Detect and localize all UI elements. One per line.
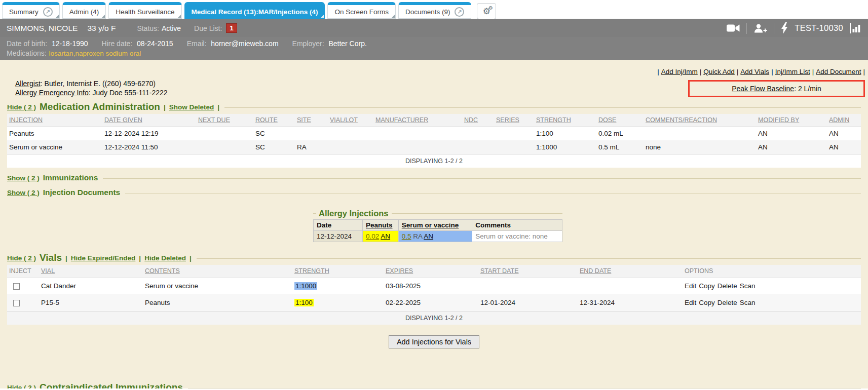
col-start-date[interactable]: START DATE	[478, 265, 578, 278]
hide-vials-link[interactable]: Hide ( 2 )	[7, 254, 36, 262]
dose-link[interactable]: 0.02	[366, 232, 379, 240]
tab-documents[interactable]: Documents (9) ↗	[398, 2, 472, 19]
quick-add-link[interactable]: Quick Add	[703, 68, 735, 75]
tab-label: On Screen Forms	[334, 8, 389, 16]
delete-link[interactable]: Delete	[718, 282, 737, 290]
inject-cell	[7, 294, 39, 311]
cell: 1:100	[534, 127, 596, 141]
col-manufacturer[interactable]: MANUFACTURER	[373, 114, 462, 127]
copy-link[interactable]: Copy	[699, 299, 715, 306]
launch-icon[interactable]: ↗	[43, 7, 53, 17]
col-comments-reaction[interactable]: COMMENTS/REACTION	[644, 114, 756, 127]
edit-link[interactable]: Edit	[685, 299, 696, 306]
dose-link[interactable]: 0.5	[402, 232, 411, 240]
cell	[373, 140, 462, 154]
strength-highlight: 1:100	[294, 299, 314, 306]
show-immunizations-link[interactable]: Show ( 2 )	[7, 174, 40, 182]
add-vials-link[interactable]: Add Vials	[740, 68, 769, 75]
add-injections-for-vials-button[interactable]: Add Injections for Vials	[389, 335, 479, 348]
scan-link[interactable]: Scan	[740, 282, 756, 290]
tab-dropdown-fold-icon[interactable]	[392, 15, 395, 18]
delete-link[interactable]: Delete	[718, 299, 737, 306]
col-site[interactable]: SITE	[295, 114, 328, 127]
cell: Peanuts	[7, 127, 102, 141]
allergist-link[interactable]: Allergist	[15, 80, 41, 88]
tab-medical-record-mar-injections[interactable]: Medical Record (13):MAR/Injections (4)	[184, 2, 325, 19]
col-vial-lot[interactable]: VIAL/LOT	[328, 114, 373, 127]
col-series[interactable]: SERIES	[494, 114, 534, 127]
peanuts-vial-link[interactable]: Peanuts	[366, 221, 393, 229]
table-row[interactable]: Serum or vaccine 12-12-2024 11:50 SC RA …	[7, 140, 861, 154]
add-inj-imm-link[interactable]: Add Inj/Imm	[661, 68, 698, 75]
tab-dropdown-fold-icon[interactable]	[102, 15, 105, 18]
medication-link[interactable]: losartan	[49, 50, 73, 57]
medication-administration-table: INJECTION DATE GIVEN NEXT DUE ROUTE SITE…	[7, 114, 861, 168]
admin-initials-link[interactable]: AN	[381, 232, 390, 240]
col-options: OPTIONS	[683, 265, 861, 278]
show-deleted-link[interactable]: Show Deleted	[169, 103, 214, 111]
tab-admin[interactable]: Admin (4)	[62, 2, 106, 19]
col-next-due[interactable]: NEXT DUE	[196, 114, 253, 127]
mar-injections-content: |Add Inj/Imm|Quick Add|Add Vials|Inj/Imm…	[0, 60, 868, 388]
table-row[interactable]: Peanuts 12-12-2024 12:19 SC 1:100 0.02 m…	[7, 127, 861, 141]
admin-initials-link[interactable]: AN	[424, 232, 433, 240]
lightning-bolt-icon[interactable]	[781, 22, 788, 34]
add-person-icon[interactable]	[753, 24, 767, 33]
settings-gear-button[interactable]: ⚙⚙	[477, 3, 496, 19]
col-date-given[interactable]: DATE GIVEN	[102, 114, 196, 127]
launch-icon[interactable]: ↗	[455, 7, 464, 17]
medication-link[interactable]: naproxen sodium oral	[75, 50, 141, 57]
peak-flow-baseline-link[interactable]: Peak Flow Baseline	[732, 85, 794, 93]
inj-imm-list-link[interactable]: Inj/Imm List	[775, 68, 810, 75]
scan-link[interactable]: Scan	[740, 299, 756, 306]
col-strength[interactable]: STRENGTH	[292, 265, 384, 278]
col-strength[interactable]: STRENGTH	[534, 114, 596, 127]
col-injection[interactable]: INJECTION	[7, 114, 102, 127]
bar-chart-icon[interactable]	[850, 23, 861, 33]
hide-deleted-link[interactable]: Hide Deleted	[144, 254, 186, 262]
col-route[interactable]: ROUTE	[253, 114, 295, 127]
options-cell: EditCopyDeleteScan	[683, 278, 861, 295]
col-admin[interactable]: ADMIN	[827, 114, 861, 127]
tab-health-surveillance[interactable]: Health Surveillance	[108, 2, 181, 19]
section-title: Immunizations	[43, 173, 98, 182]
tab-on-screen-forms[interactable]: On Screen Forms	[327, 2, 396, 19]
col-contents[interactable]: CONTENTS	[143, 265, 292, 278]
video-camera-icon[interactable]	[727, 24, 740, 32]
col-dose[interactable]: DOSE	[596, 114, 644, 127]
cell: none	[644, 140, 756, 154]
vial-checkbox[interactable]	[13, 283, 20, 290]
email-value: horner@mieweb.com	[211, 40, 278, 48]
hide-expired-ended-link[interactable]: Hide Expired/Ended	[71, 254, 136, 262]
col-ndc[interactable]: NDC	[462, 114, 494, 127]
action-links: |Add Inj/Imm|Quick Add|Add Vials|Inj/Imm…	[0, 68, 868, 75]
cell: 12-12-2024 12:19	[102, 127, 196, 141]
tab-dropdown-fold-icon[interactable]	[56, 15, 59, 18]
col-comments: Comments	[472, 220, 562, 231]
tab-label: Documents (9)	[405, 8, 450, 16]
col-modified-by[interactable]: MODIFIED BY	[756, 114, 827, 127]
options-cell: EditCopyDeleteScan	[683, 294, 861, 311]
strength-cell: 1:100	[292, 294, 384, 311]
hide-contraindicated-link[interactable]: Hide ( 2 )	[7, 384, 36, 389]
due-list-badge[interactable]: 1	[226, 23, 237, 33]
tab-dropdown-fold-icon[interactable]	[178, 15, 181, 18]
col-end-date[interactable]: END DATE	[578, 265, 683, 278]
hide-med-admin-link[interactable]: Hide ( 2 )	[7, 103, 36, 111]
cell: 1:1000	[534, 140, 596, 154]
col-expires[interactable]: EXPIRES	[384, 265, 478, 278]
allergy-emergency-link[interactable]: Allergy Emergency Info	[15, 89, 89, 97]
copy-link[interactable]: Copy	[699, 282, 715, 290]
cell	[494, 140, 534, 154]
vial-checkbox[interactable]	[13, 300, 20, 306]
edit-link[interactable]: Edit	[685, 282, 696, 290]
tab-summary[interactable]: Summary ↗	[2, 2, 60, 19]
tab-dropdown-fold-icon[interactable]	[321, 15, 324, 18]
section-title: Injection Documents	[43, 188, 120, 197]
patient-demographics-bar: Date of birth: 12-18-1990 Hire date: 08-…	[0, 37, 868, 49]
show-injection-documents-link[interactable]: Show ( 2 )	[7, 189, 40, 197]
col-vial[interactable]: VIAL	[39, 265, 143, 278]
cell	[196, 140, 253, 154]
serum-vial-link[interactable]: Serum or vaccine	[402, 221, 459, 229]
add-document-link[interactable]: Add Document	[816, 68, 861, 75]
